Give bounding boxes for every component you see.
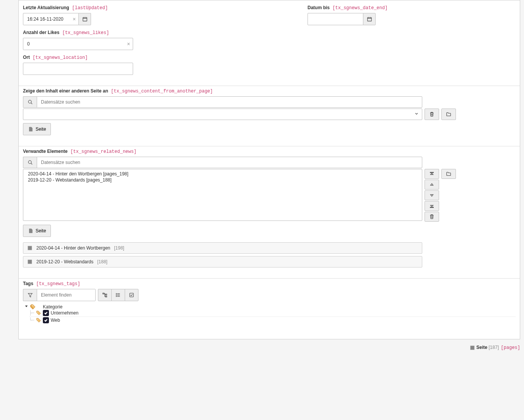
calendar-icon xyxy=(82,16,88,22)
inline-record[interactable]: 2020-04-14 - Hinter den Wortbergen [198] xyxy=(23,242,422,254)
listbox-related-news[interactable]: 2020-04-14 - Hinter den Wortbergen [page… xyxy=(23,169,422,221)
form-panel: Letzte Aktualisierung [lastUpdated] × An… xyxy=(18,0,520,339)
svg-rect-6 xyxy=(103,293,104,294)
svg-rect-7 xyxy=(106,294,107,295)
page-icon xyxy=(28,228,33,234)
checkbox[interactable] xyxy=(43,317,49,323)
label-tags: Tags [tx_sgnews_tags] xyxy=(23,281,516,287)
tree-item[interactable]: └─ Web xyxy=(29,317,516,324)
checkbox[interactable] xyxy=(43,310,49,316)
tech-name: [tx_sgnews_related_news] xyxy=(70,149,137,154)
footer-id: [187] xyxy=(489,345,499,350)
record-icon xyxy=(27,245,33,251)
browse-button[interactable] xyxy=(441,109,456,120)
footer-status: Seite [187] [pages] xyxy=(18,343,520,354)
page-button-label: Seite xyxy=(36,228,46,234)
tree-item[interactable]: ├─ Unternehmen xyxy=(29,310,516,317)
search-icon xyxy=(28,160,33,165)
section-content-from-page: Zeige den Inhalt einer anderen Seite an … xyxy=(19,86,520,135)
svg-point-2 xyxy=(28,100,31,103)
label-text: Anzahl der Likes xyxy=(23,30,59,35)
tags-filter-input[interactable] xyxy=(37,289,96,301)
folder-icon xyxy=(446,171,451,177)
record-id: [198] xyxy=(114,245,124,251)
browse-button[interactable] xyxy=(441,169,456,179)
input-date-end[interactable] xyxy=(308,13,363,25)
tags-btn-group xyxy=(98,289,138,301)
tag-icon xyxy=(36,310,41,316)
delete-button[interactable] xyxy=(425,109,439,120)
inline-records: 2020-04-14 - Hinter den Wortbergen [198]… xyxy=(23,242,516,268)
label-last-updated: Letzte Aktualisierung [lastUpdated] xyxy=(23,5,269,11)
filter-icon-box xyxy=(23,289,37,301)
label-text: Datum bis xyxy=(308,5,330,10)
record-id: [188] xyxy=(97,259,107,264)
record-title: 2020-04-14 - Hinter den Wortbergen xyxy=(36,245,110,251)
calendar-button[interactable] xyxy=(79,13,91,25)
field-location: Ort [tx_sgnews_location] xyxy=(23,55,269,75)
footer-tech: [pages] xyxy=(501,345,520,350)
tech-name: [tx_sgnews_content_from_another_page] xyxy=(111,89,213,94)
label-text: Tags xyxy=(23,281,33,286)
svg-point-3 xyxy=(28,161,31,164)
field-last-updated: Letzte Aktualisierung [lastUpdated] × xyxy=(23,5,269,25)
svg-point-10 xyxy=(116,295,116,295)
move-down-button[interactable] xyxy=(425,190,439,200)
move-bottom-button[interactable] xyxy=(425,201,439,211)
move-down-icon xyxy=(429,193,434,198)
tree-root[interactable]: Kategorie xyxy=(24,304,516,310)
tag-icon xyxy=(36,318,41,323)
toggle-all-button[interactable] xyxy=(125,289,138,301)
label-date-end: Datum bis [tx_sgnews_date_end] xyxy=(308,5,524,11)
list-view-button[interactable] xyxy=(111,289,125,301)
search-input-related-news[interactable] xyxy=(37,157,422,168)
page-button-related[interactable]: Seite xyxy=(23,225,51,237)
tree-view-button[interactable] xyxy=(98,289,112,301)
label-related-news: Verwandte Elemente [tx_sgnews_related_ne… xyxy=(23,149,516,154)
chevron-down-icon xyxy=(414,112,419,117)
svg-point-9 xyxy=(116,294,116,294)
footer-label: Seite xyxy=(477,345,488,350)
tech-name: [tx_sgnews_tags] xyxy=(36,281,80,287)
svg-rect-8 xyxy=(106,296,107,297)
tree-branch-icon: └─ xyxy=(29,318,34,323)
svg-rect-1 xyxy=(367,18,371,21)
top-fields: Letzte Aktualisierung [lastUpdated] × An… xyxy=(19,0,520,75)
tree-item-label: Unternehmen xyxy=(50,310,78,316)
search-icon xyxy=(28,99,33,105)
move-up-button[interactable] xyxy=(425,180,439,190)
section-tags: Tags [tx_sgnews_tags] xyxy=(19,278,520,324)
move-up-icon xyxy=(429,182,434,187)
record-icon xyxy=(27,259,33,264)
list-controls-col1 xyxy=(425,169,439,222)
label-text: Verwandte Elemente xyxy=(23,149,68,154)
listbox-item[interactable]: 2019-12-20 - Webstandards [pages_188] xyxy=(23,177,422,183)
page-button[interactable]: Seite xyxy=(23,123,51,135)
svg-point-15 xyxy=(37,312,38,313)
category-icon xyxy=(30,304,35,310)
input-location[interactable] xyxy=(23,63,133,75)
select-content-page[interactable] xyxy=(23,109,422,120)
search-input-content-page[interactable] xyxy=(37,96,422,108)
check-icon xyxy=(129,292,134,298)
collapse-icon[interactable] xyxy=(24,304,28,310)
trash-icon xyxy=(429,214,434,219)
inline-record[interactable]: 2019-12-20 - Webstandards [188] xyxy=(23,256,422,268)
list-controls-col2 xyxy=(441,169,456,222)
section-related-news: Verwandte Elemente [tx_sgnews_related_ne… xyxy=(19,146,520,268)
delete-button[interactable] xyxy=(425,212,439,222)
svg-rect-0 xyxy=(83,18,87,21)
input-likes[interactable] xyxy=(23,38,133,50)
tree-branch-icon: ├─ xyxy=(29,310,34,316)
search-icon-box xyxy=(23,96,37,108)
move-top-button[interactable] xyxy=(425,169,439,179)
move-bottom-icon xyxy=(429,203,434,209)
list-icon xyxy=(116,292,121,298)
listbox-item[interactable]: 2020-04-14 - Hinter den Wortbergen [page… xyxy=(23,171,422,177)
clear-icon[interactable]: × xyxy=(70,13,79,25)
calendar-button[interactable] xyxy=(363,13,376,25)
page-button-label: Seite xyxy=(36,126,46,132)
clear-icon[interactable]: × xyxy=(124,38,133,50)
tech-name: [lastUpdated] xyxy=(72,5,108,11)
page-icon xyxy=(28,126,33,132)
